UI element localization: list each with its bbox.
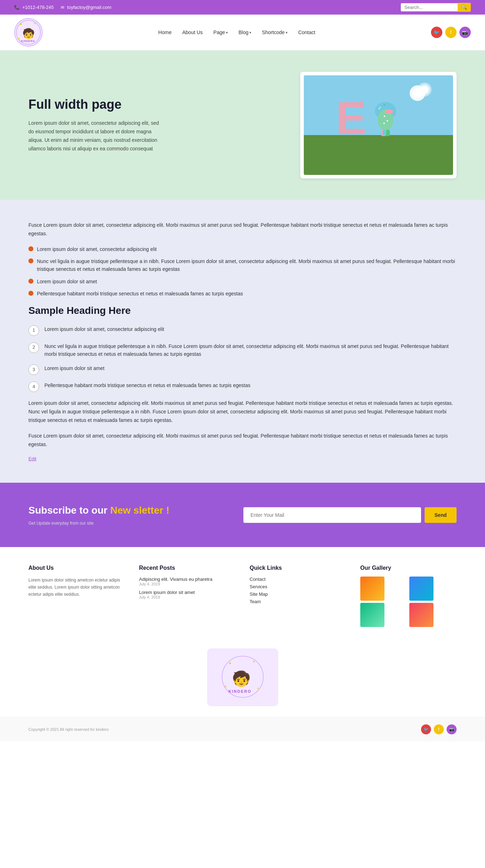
nav-page-dropdown[interactable]: Page ▾ <box>214 30 228 35</box>
quick-link-sitemap[interactable]: Site Map <box>250 591 346 597</box>
phone-icon: 📞 <box>14 5 20 10</box>
hero-title: Full width page <box>28 97 279 112</box>
facebook-icon[interactable]: f <box>445 27 457 38</box>
search-box[interactable]: 🔍 <box>401 3 471 12</box>
footer-gallery-title: Our Gallery <box>360 565 457 571</box>
intro-paragraph: Fusce Lorem ipsum dolor sit amet, consec… <box>28 221 457 238</box>
chevron-down-icon: ▾ <box>226 31 228 34</box>
nav-contact[interactable]: Contact <box>298 30 315 35</box>
email-icon: ✉ <box>61 5 64 10</box>
footer-quick-links: Quick Links Contact Services Site Map Te… <box>250 565 346 627</box>
number-badge: 1 <box>28 325 39 336</box>
bullet-dot-icon <box>28 279 33 284</box>
bottom-facebook-icon[interactable]: f <box>434 724 444 734</box>
header-social-icons: 🐦 f 📷 <box>431 27 471 38</box>
hero-section: Full width page Lorem ipsum dolor sit am… <box>0 50 485 200</box>
nav-shortcode-dropdown[interactable]: Shortcode ▾ <box>262 30 287 35</box>
hero-description: Lorem ipsum dolor sit amet, consectetur … <box>28 119 163 153</box>
numbered-list-item: 1 Lorem ipsum dolor sit amet, consectetu… <box>28 325 457 336</box>
subscribe-subtitle: Get Update everyday from our site <box>28 521 169 526</box>
subscribe-section: Subscribe to our New sletter ! Get Updat… <box>0 483 485 547</box>
svg-point-22 <box>383 123 385 124</box>
nav-about[interactable]: About Us <box>182 30 203 35</box>
sun-decoration <box>417 82 432 97</box>
gallery-thumbnail[interactable] <box>360 577 384 601</box>
quick-link-team[interactable]: Team <box>250 599 346 604</box>
recent-post-item: Lorem ipsum dolor sit amet July 4, 2019 <box>139 590 235 599</box>
list-item: Pellentesque habitant morbi tristique se… <box>28 290 457 298</box>
bottom-instagram-icon[interactable]: 📷 <box>447 724 457 734</box>
gallery-thumbnail[interactable] <box>409 577 433 601</box>
gallery-thumbnail[interactable] <box>409 603 433 627</box>
footer-logo-section: ★ ★ ★ ★ 🧒 KINDERO <box>0 638 485 717</box>
instagram-icon[interactable]: 📷 <box>459 27 471 38</box>
post-date: July 4, 2019 <box>139 582 235 586</box>
svg-text:★: ★ <box>224 685 227 688</box>
chevron-down-icon-blog: ▾ <box>249 31 251 34</box>
edit-link[interactable]: Edit <box>28 456 36 461</box>
bullet-list: Lorem ipsum dolor sit amet, consectetur … <box>28 245 457 298</box>
main-nav: Home About Us Page ▾ Blog ▾ Shortcode ▾ … <box>158 30 316 35</box>
phone-info: 📞 +1012-478-245 <box>14 5 54 10</box>
bottom-twitter-icon[interactable]: 🐦 <box>421 724 431 734</box>
nav-blog-dropdown[interactable]: Blog ▾ <box>238 30 251 35</box>
numbered-list-item: 4 Pellentesque habitant morbi tristique … <box>28 381 457 392</box>
svg-rect-18 <box>386 130 390 136</box>
footer-gallery: Our Gallery <box>360 565 457 627</box>
footer-logo-box: ★ ★ ★ ★ 🧒 KINDERO <box>207 648 278 706</box>
svg-text:🧒: 🧒 <box>232 670 251 688</box>
bottom-social-icons: 🐦 f 📷 <box>421 724 457 734</box>
logo-image: ★ ★ ★ 🧒 KINDERO <box>14 18 43 47</box>
svg-text:🧒: 🧒 <box>22 28 35 39</box>
subscribe-right: Send <box>243 507 457 523</box>
quick-link-services[interactable]: Services <box>250 584 346 589</box>
footer: About Us Lorem ipsum dolor sitting ametc… <box>0 547 485 638</box>
footer-about-text: Lorem ipsum dolor sitting ametcon ectetu… <box>28 577 125 598</box>
list-item: Lorem ipsum dolor sit amet <box>28 278 457 285</box>
logo-area: ★ ★ ★ 🧒 KINDERO <box>14 18 43 47</box>
hero-image: E <box>304 75 453 175</box>
hero-text: Full width page Lorem ipsum dolor sit am… <box>28 97 279 153</box>
footer-recent-posts-title: Recent Posts <box>139 565 235 571</box>
email-info: ✉ toyfactoy@gmail.com <box>61 5 111 10</box>
bullet-dot-icon <box>28 291 33 296</box>
svg-text:★: ★ <box>257 687 259 690</box>
svg-text:KINDERO: KINDERO <box>228 689 252 693</box>
svg-text:KINDERO: KINDERO <box>21 40 35 42</box>
top-bar: 📞 +1012-478-245 ✉ toyfactoy@gmail.com 🔍 <box>0 0 485 15</box>
svg-text:★: ★ <box>228 661 232 665</box>
number-badge: 2 <box>28 342 39 353</box>
footer-about: About Us Lorem ipsum dolor sitting ametc… <box>28 565 125 627</box>
content-section: Fusce Lorem ipsum dolor sit amet, consec… <box>0 200 485 483</box>
search-button[interactable]: 🔍 <box>458 3 471 12</box>
header: ★ ★ ★ 🧒 KINDERO Home About Us Page ▾ Blo… <box>0 15 485 50</box>
footer-recent-posts: Recent Posts Adipiscing elit. Vivamus eu… <box>139 565 235 627</box>
gallery-grid <box>360 577 457 627</box>
number-badge: 4 <box>28 381 39 392</box>
numbered-list: 1 Lorem ipsum dolor sit amet, consectetu… <box>28 325 457 392</box>
footer-about-title: About Us <box>28 565 125 571</box>
body-paragraph-1: Lorem ipsum dolor sit amet, consectetur … <box>28 399 457 424</box>
nav-home[interactable]: Home <box>158 30 172 35</box>
email-input[interactable] <box>243 507 421 523</box>
send-button[interactable]: Send <box>425 507 457 523</box>
bullet-dot-icon <box>28 246 33 251</box>
svg-rect-6 <box>314 136 442 171</box>
subscribe-left: Subscribe to our New sletter ! Get Updat… <box>28 504 169 525</box>
twitter-icon[interactable]: 🐦 <box>431 27 442 38</box>
post-title[interactable]: Lorem ipsum dolor sit amet <box>139 590 235 595</box>
subscribe-title: Subscribe to our New sletter ! <box>28 504 169 517</box>
bullet-dot-icon <box>28 258 33 263</box>
numbered-list-item: 3 Lorem ipsum dolor sit amet <box>28 364 457 375</box>
gallery-thumbnail[interactable] <box>360 603 384 627</box>
footer-logo-svg: ★ ★ ★ ★ 🧒 KINDERO <box>221 655 264 698</box>
top-bar-search: 🔍 <box>401 3 471 12</box>
chevron-down-icon-shortcode: ▾ <box>286 31 287 34</box>
svg-text:E: E <box>336 92 367 144</box>
post-title[interactable]: Adipiscing elit. Vivamus eu pharetra <box>139 577 235 582</box>
quick-link-contact[interactable]: Contact <box>250 577 346 582</box>
svg-point-16 <box>385 109 393 114</box>
body-paragraph-2: Fusce Lorem ipsum dolor sit amet, consec… <box>28 432 457 449</box>
svg-point-14 <box>380 107 381 108</box>
search-input[interactable] <box>401 3 458 11</box>
